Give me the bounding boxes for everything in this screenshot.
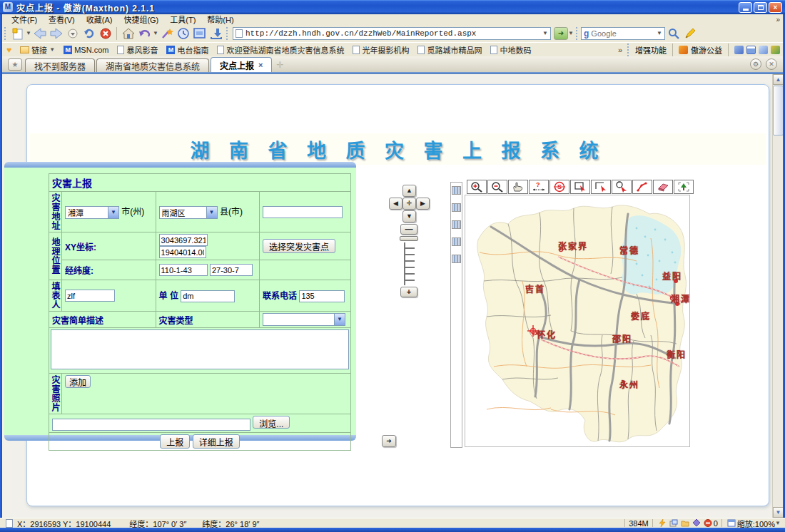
menu-favorites[interactable]: 收藏(A) xyxy=(81,14,118,25)
forward-button[interactable] xyxy=(48,26,64,41)
bookmark-hunan-geo[interactable]: 欢迎登陆湖南省地质灾害信息系统 xyxy=(213,44,348,56)
magic-fill-button[interactable] xyxy=(158,26,175,41)
photo-file-input[interactable] xyxy=(52,419,250,431)
bookmark-milu[interactable]: 觅路城市精品网 xyxy=(413,44,486,56)
longitude-input[interactable] xyxy=(159,264,208,276)
menu-file[interactable]: 文件(F) xyxy=(6,14,42,25)
search-go-button[interactable] xyxy=(665,26,682,41)
hunan-map[interactable]: 张家界 常德 益阳 吉首 湘潭 娄底 怀化 邵阳 衡阳 永州 xyxy=(465,195,690,447)
tab-close-icon[interactable]: × xyxy=(258,61,263,69)
pan-center-button[interactable]: ✛ xyxy=(402,198,416,210)
menu-view[interactable]: 查看(V) xyxy=(44,14,80,25)
address-detail-input[interactable] xyxy=(263,206,343,218)
pan-up-button[interactable]: ▲ xyxy=(402,185,416,197)
layout-icon[interactable] xyxy=(727,519,736,527)
capture-button[interactable] xyxy=(191,26,208,41)
map-legend-icon-4[interactable] xyxy=(452,237,461,246)
menu-quickgroup[interactable]: 快捷组(G) xyxy=(118,14,163,25)
map-measure-button[interactable]: ? xyxy=(529,180,549,194)
detail-report-button[interactable]: 详细上报 xyxy=(193,434,240,449)
zoom-slider-thumb[interactable] xyxy=(400,236,418,241)
scroll-down-icon[interactable]: ▼ xyxy=(773,507,784,518)
scroll-thumb[interactable] xyxy=(773,86,784,135)
menu-help[interactable]: 帮助(H) xyxy=(202,14,238,25)
tab-hunan-geo-system[interactable]: 湖南省地质灾害信息系统 xyxy=(96,58,209,72)
bookmarks-overflow-chevron-icon[interactable]: » xyxy=(618,46,622,54)
bookmark-msn[interactable]: MMSN.com xyxy=(59,46,113,54)
map-select-rect-button[interactable] xyxy=(570,180,590,194)
highlight-button[interactable] xyxy=(682,26,698,41)
disaster-type-select[interactable]: ▼ xyxy=(263,313,345,326)
favorites-panel-button[interactable]: ★ xyxy=(8,58,22,71)
ad-blocker-icon[interactable] xyxy=(704,519,712,527)
toolbar-grip[interactable] xyxy=(4,27,7,40)
submit-report-button[interactable]: 上报 xyxy=(160,434,190,449)
download-button[interactable] xyxy=(208,26,224,41)
stop-button[interactable] xyxy=(97,26,113,41)
bookmark-zhongdi[interactable]: 中地数码 xyxy=(486,44,535,56)
close-tab-button[interactable]: ✕ xyxy=(766,58,777,70)
chevron-down-icon[interactable]: ▼ xyxy=(108,207,118,218)
bookmark-guangnian[interactable]: 光年摄影机构 xyxy=(348,44,413,56)
search-engine-dropdown-icon[interactable]: ▼ xyxy=(657,30,662,36)
chevron-down-icon[interactable]: ▼ xyxy=(206,207,217,218)
map-eraser-button[interactable] xyxy=(653,180,673,194)
menu-overflow-chevron-icon[interactable]: » xyxy=(776,16,780,24)
enhance-features-button[interactable]: 增强功能 xyxy=(635,44,667,56)
tab-settings-button[interactable]: ⚙ xyxy=(750,58,761,70)
url-text[interactable]: http://dzzh.hndh.gov.cn/dzzhWeb/MainRepo… xyxy=(245,29,542,38)
proxy-icon[interactable] xyxy=(734,46,744,54)
window-icon[interactable] xyxy=(746,46,756,54)
scroll-up-icon[interactable]: ▲ xyxy=(773,74,784,85)
favorites-heart-icon[interactable]: ♥ xyxy=(2,45,16,55)
city-select[interactable]: 湘潭 ▼ xyxy=(65,206,119,219)
back-button[interactable] xyxy=(31,26,48,41)
zoom-dropdown-icon[interactable]: ▼ xyxy=(775,520,781,526)
url-dropdown-icon[interactable]: ▼ xyxy=(542,30,548,36)
new-tab-button[interactable] xyxy=(9,26,26,41)
zoom-level[interactable]: 缩放:100% xyxy=(737,518,775,529)
phone-input[interactable] xyxy=(299,290,345,302)
menu-tools[interactable]: 工具(T) xyxy=(165,14,201,25)
restore-button[interactable] xyxy=(754,2,767,13)
popup-windows-icon[interactable] xyxy=(669,519,678,527)
maxthon-charity-button[interactable]: 傲游公益 xyxy=(691,44,722,56)
expand-panel-button[interactable]: ➜ xyxy=(382,435,396,447)
minimize-button[interactable] xyxy=(739,2,752,13)
filter-icon[interactable] xyxy=(692,519,701,527)
vertical-scrollbar[interactable]: ▲ ▼ xyxy=(772,74,783,518)
toolbar-grip[interactable] xyxy=(226,27,229,40)
boost-lightning-icon[interactable] xyxy=(658,519,667,527)
tab-server-not-found[interactable]: 找不到服务器 xyxy=(25,58,95,72)
x-coordinate-input[interactable] xyxy=(159,234,208,246)
folder-status-icon[interactable] xyxy=(681,519,689,527)
county-select[interactable]: 雨湖区 ▼ xyxy=(159,206,218,219)
search-input[interactable] xyxy=(591,29,657,38)
pan-down-button[interactable]: ▼ xyxy=(402,210,416,222)
latitude-input[interactable] xyxy=(210,264,253,276)
map-legend-icon-1[interactable] xyxy=(452,186,461,195)
unit-input[interactable] xyxy=(181,290,235,302)
new-tab-dropdown-icon[interactable]: ▼ xyxy=(26,30,31,36)
zoom-in-step-button[interactable]: + xyxy=(400,287,417,297)
map-locate-tree-button[interactable] xyxy=(674,180,694,194)
browse-button[interactable]: 浏览... xyxy=(253,416,290,429)
refresh-button[interactable] xyxy=(81,26,97,41)
y-coordinate-input[interactable] xyxy=(159,246,206,258)
go-button[interactable]: ➜ xyxy=(554,27,568,40)
map-deselect-rect-button[interactable] xyxy=(591,180,611,194)
chevron-down-icon[interactable]: ▼ xyxy=(334,314,345,325)
description-textarea[interactable] xyxy=(51,329,349,369)
bookmark-links-folder[interactable]: 链接 ▼ xyxy=(16,44,59,56)
address-bar[interactable]: http://dzzh.hndh.gov.cn/dzzhWeb/MainRepo… xyxy=(233,27,551,40)
zoom-slider-track[interactable] xyxy=(404,242,415,285)
zoom-out-step-button[interactable]: — xyxy=(400,224,417,235)
go-dropdown-icon[interactable]: ▼ xyxy=(568,30,574,36)
notes-icon[interactable] xyxy=(759,46,768,54)
history-dropdown-button[interactable] xyxy=(64,26,81,41)
new-tab-plus-icon[interactable]: ✛ xyxy=(276,60,283,70)
search-box[interactable]: g ▼ xyxy=(581,27,665,40)
reporter-name-input[interactable] xyxy=(65,290,115,302)
pan-left-button[interactable]: ◀ xyxy=(389,198,402,210)
map-legend-icon-5[interactable] xyxy=(452,255,461,263)
